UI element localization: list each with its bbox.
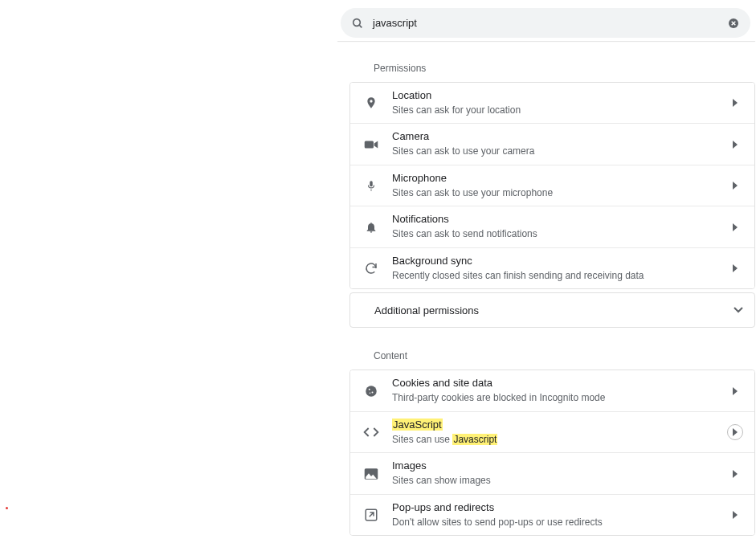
permission-subtitle: Recently closed sites can finish sending… [392,270,727,283]
chevron-right-icon [727,387,743,395]
permissions-list: Location Sites can ask for your location… [349,82,755,289]
permission-title: Background sync [392,255,727,268]
svg-point-11 [370,392,371,394]
image-icon [362,464,381,484]
decorative-dot [6,507,8,509]
permission-row-camera[interactable]: Camera Sites can ask to use your camera [350,124,754,165]
permission-title: Notifications [392,213,727,227]
content-subtitle: Sites can use Javascript [392,434,727,447]
chevron-right-icon [727,424,743,440]
content-title: Pop-ups and redirects [392,501,727,515]
popup-icon [362,505,381,525]
content-title: JavaScript [392,419,727,432]
chevron-right-icon [727,470,743,478]
content-title: Cookies and site data [392,377,727,390]
permission-subtitle: Sites can ask to send notifications [392,228,727,241]
content-row-images[interactable]: Images Sites can show images [350,453,754,494]
chevron-down-icon [734,307,743,313]
content-row-cookies[interactable]: Cookies and site data Third-party cookie… [350,370,754,411]
permission-title: Location [392,89,727,103]
expander-label: Additional permissions [374,304,734,316]
camera-icon [362,135,381,154]
search-query: javascript [373,17,726,29]
svg-point-1 [353,18,361,26]
content-title: Images [392,459,727,473]
code-icon [362,423,381,442]
permissions-heading: Permissions [374,63,755,74]
clear-search-icon[interactable] [726,17,741,30]
content-subtitle: Sites can show images [392,475,727,488]
content-heading: Content [374,350,755,361]
settings-panel: javascript Permissions Location Sites ca… [340,0,756,539]
sync-icon [362,259,381,278]
location-icon [362,93,381,112]
chevron-right-icon [727,99,743,107]
svg-point-10 [372,391,374,393]
chevron-right-icon [727,511,743,519]
permission-row-background-sync[interactable]: Background sync Recently closed sites ca… [350,248,754,288]
permission-row-microphone[interactable]: Microphone Sites can ask to use your mic… [350,165,754,206]
permission-title: Camera [392,130,727,144]
svg-point-8 [366,386,377,397]
header-divider [337,40,755,41]
bell-icon [362,218,381,237]
content-subtitle: Third-party cookies are blocked in Incog… [392,392,727,405]
content-subtitle: Don't allow sites to send pop-ups or use… [392,517,727,529]
permission-subtitle: Sites can ask to use your camera [392,145,727,158]
content-list: Cookies and site data Third-party cookie… [349,370,755,536]
permission-subtitle: Sites can ask for your location [392,104,727,117]
cookie-icon [362,382,381,401]
chevron-right-icon [727,264,743,272]
permission-subtitle: Sites can ask to use your microphone [392,187,727,200]
permission-row-location[interactable]: Location Sites can ask for your location [350,83,754,124]
microphone-icon [362,176,381,195]
svg-rect-7 [370,181,373,186]
search-icon [350,17,365,30]
chevron-right-icon [727,182,743,190]
permission-row-notifications[interactable]: Notifications Sites can ask to send noti… [350,206,754,247]
svg-point-9 [369,388,370,390]
chevron-right-icon [727,141,743,149]
permission-title: Microphone [392,172,727,186]
chevron-right-icon [727,223,743,231]
svg-line-2 [359,25,362,27]
additional-permissions-expander[interactable]: Additional permissions [349,292,755,328]
content-row-javascript[interactable]: JavaScript Sites can use Javascript [350,412,754,453]
svg-rect-6 [365,141,374,148]
search-bar[interactable]: javascript [341,8,750,38]
content-row-popups[interactable]: Pop-ups and redirects Don't allow sites … [350,495,754,535]
